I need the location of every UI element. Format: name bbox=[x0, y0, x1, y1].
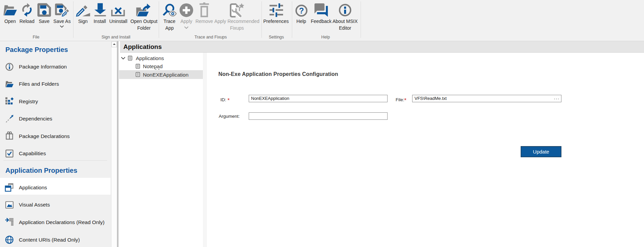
svg-text:?: ? bbox=[299, 6, 304, 15]
